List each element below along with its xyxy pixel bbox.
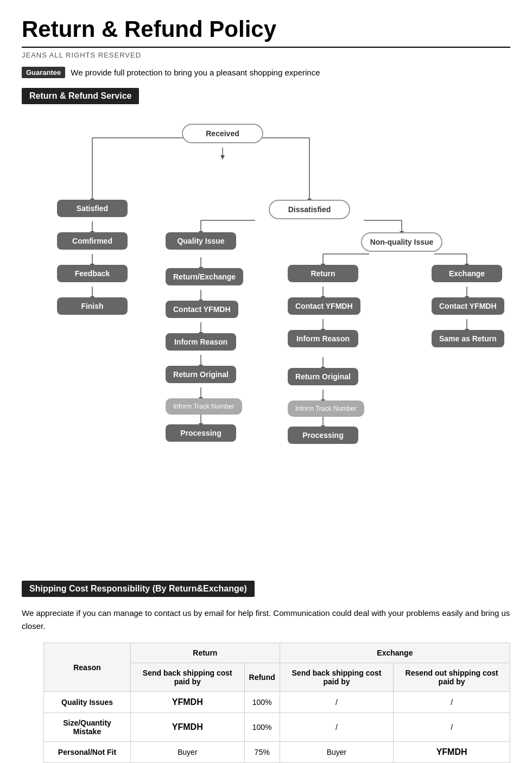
svg-marker-1 <box>220 155 225 160</box>
node-contact1: Contact YFMDH <box>166 301 238 318</box>
node-processing2: Processing <box>288 427 358 444</box>
node-inform-reason1: Inform Reason <box>166 333 236 351</box>
page-title: Return & Refund Policy <box>22 16 510 48</box>
guarantee-row: Guarantee We provide full protection to … <box>22 67 510 78</box>
node-non-quality: Non-quality Issue <box>361 232 442 252</box>
table-cell-refund: 100% <box>244 692 280 713</box>
table-row-reason: Personal/Not Fit <box>44 742 131 763</box>
table-cell-ex-resend: YFMDH <box>394 742 510 763</box>
node-inform-reason2: Inform Reason <box>288 330 358 347</box>
node-exchange: Exchange <box>432 265 502 282</box>
table-cell-refund: 75% <box>244 742 280 763</box>
flowchart: Received Satisfied Dissatisfied Comfirme… <box>22 114 510 559</box>
node-contact3: Contact YFMDH <box>432 297 504 315</box>
shipping-section: Shipping Cost Responsibility (By Return&… <box>22 581 510 763</box>
table-cell-refund: 100% <box>244 713 280 742</box>
table-cell-send-back: YFMDH <box>131 692 245 713</box>
th-return: Return <box>131 643 280 663</box>
node-confirmed: Comfirmed <box>57 232 128 250</box>
guarantee-text: We provide full protection to bring you … <box>71 68 320 77</box>
node-processing1: Processing <box>166 424 236 442</box>
node-same-as-return: Same as Return <box>432 330 504 347</box>
table-cell-send-back: Buyer <box>131 742 245 763</box>
node-return-exchange: Return/Exchange <box>166 268 243 285</box>
node-finish: Finish <box>57 297 128 315</box>
node-return: Return <box>288 265 358 282</box>
refund-service-header: Return & Refund Service <box>22 88 139 104</box>
table-intro: We appreciate if you can manage to conta… <box>22 607 510 633</box>
node-contact2: Contact YFMDH <box>288 297 360 315</box>
table-cell-ex-resend: / <box>394 692 510 713</box>
th-ex-resend: Resend out shipping cost paid by <box>394 663 510 692</box>
th-reason: Reason <box>44 643 131 692</box>
table-cell-ex-send: / <box>280 692 394 713</box>
shipping-header: Shipping Cost Responsibility (By Return&… <box>22 581 255 597</box>
node-received: Received <box>182 124 263 143</box>
node-inform-track2: Inform Track Number <box>288 400 364 417</box>
node-quality-issue: Quality Issue <box>166 232 236 250</box>
table-cell-ex-send: / <box>280 713 394 742</box>
node-return-original1: Return Original <box>166 366 236 383</box>
table-cell-send-back: YFMDH <box>131 713 245 742</box>
policy-table: Reason Return Exchange Send back shippin… <box>43 643 510 763</box>
node-feedback: Feedback <box>57 265 128 282</box>
node-return-original2: Return Original <box>288 368 358 385</box>
node-dissatisfied: Dissatisfied <box>269 200 350 219</box>
guarantee-badge: Guarantee <box>22 67 65 78</box>
subtitle: JEANS ALL RIGHTS RESERVED <box>22 51 510 59</box>
th-refund: Refund <box>244 663 280 692</box>
th-ex-send: Send back shipping cost paid by <box>280 663 394 692</box>
table-row-reason: Size/Quantity Mistake <box>44 713 131 742</box>
node-inform-track1: Inform Track Number <box>166 398 242 415</box>
th-send-back: Send back shipping cost paid by <box>131 663 245 692</box>
table-cell-ex-send: Buyer <box>280 742 394 763</box>
table-cell-ex-resend: / <box>394 713 510 742</box>
table-row-reason: Quality Issues <box>44 692 131 713</box>
node-satisfied: Satisfied <box>57 200 128 217</box>
th-exchange: Exchange <box>280 643 510 663</box>
